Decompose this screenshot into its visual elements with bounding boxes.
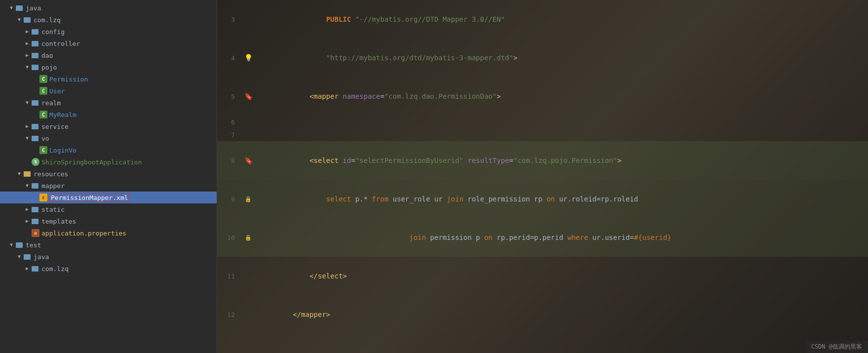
label-config: config <box>41 28 65 36</box>
arrow-mapper: ▼ <box>24 182 31 189</box>
arrow-loginvo <box>32 147 38 154</box>
tree-item-dao[interactable]: ▶ dao <box>0 49 217 61</box>
bookmark-icon-8[interactable]: 🔖 <box>244 157 253 164</box>
label-com-lzq: com.lzq <box>34 16 61 24</box>
gutter-4: 💡 <box>241 54 256 62</box>
line-number-5: 5 <box>217 93 241 100</box>
label-service: service <box>41 123 69 130</box>
label-permission: Permission <box>49 76 88 83</box>
line-number-6: 6 <box>217 118 241 126</box>
line-number-7: 7 <box>217 131 241 139</box>
code-editor: 3 PUBLIC "-//mybatis.org//DTD Mapper 3.0… <box>217 0 868 353</box>
label-vo: vo <box>41 135 49 142</box>
label-test: test <box>26 241 41 249</box>
folder-icon-test-java <box>24 253 32 261</box>
class-icon-loginvo: C <box>39 146 47 154</box>
bookmark-icon-5[interactable]: 🔖 <box>244 92 253 100</box>
folder-icon-test <box>16 241 24 249</box>
tree-item-controller[interactable]: ▶ controller <box>0 38 217 49</box>
folder-icon-resources <box>24 170 32 178</box>
code-text-12: </mapper> <box>256 295 868 334</box>
folder-icon-vo <box>32 134 39 142</box>
label-resources: resources <box>34 170 68 178</box>
tree-item-service[interactable]: ▶ service <box>0 120 217 132</box>
class-icon-user: C <box>39 87 47 95</box>
gutter-5: 🔖 <box>241 92 256 100</box>
tree-item-com-lzq[interactable]: ▼ com.lzq <box>0 14 217 26</box>
code-line-10: 10 🔒 join permission p on rp.perid=p.per… <box>217 218 868 257</box>
code-content: 3 PUBLIC "-//mybatis.org//DTD Mapper 3.0… <box>217 0 868 353</box>
code-line-11: 11 </select> <box>217 257 868 295</box>
folder-icon-config <box>32 28 39 36</box>
arrow-shiro-app <box>24 158 31 165</box>
tree-item-test-java[interactable]: ▼ java <box>0 251 217 263</box>
tree-item-realm[interactable]: ▼ realm <box>0 97 217 109</box>
arrow-resources: ▼ <box>16 170 23 177</box>
code-line-6: 6 <box>217 116 868 128</box>
tree-item-myrealm[interactable]: C MyRealm <box>0 109 217 120</box>
tree-item-shiro-app[interactable]: S ShiroSpringbootApplication <box>0 156 217 168</box>
gutter-10: 🔒 <box>241 235 256 241</box>
bottom-bar: CSDN @低调的黑客 <box>805 341 868 353</box>
arrow-test-java: ▼ <box>16 253 23 260</box>
tree-item-templates[interactable]: ▶ templates <box>0 215 217 227</box>
folder-icon-realm <box>32 99 39 107</box>
folder-icon-java <box>16 4 24 12</box>
class-icon-permission: C <box>39 75 47 83</box>
folder-icon-controller <box>32 39 39 47</box>
label-user: User <box>49 87 65 95</box>
label-templates: templates <box>41 218 76 225</box>
folder-icon-static <box>32 205 39 213</box>
arrow-user <box>32 87 38 94</box>
arrow-config: ▶ <box>24 28 31 35</box>
folder-icon-dao <box>32 51 39 59</box>
tree-item-resources[interactable]: ▼ resources <box>0 168 217 180</box>
line-number-4: 4 <box>217 54 241 62</box>
label-static: static <box>41 206 65 213</box>
tree-item-mapper[interactable]: ▼ mapper <box>0 180 217 192</box>
class-icon-myrealm: C <box>39 111 47 118</box>
tree-item-config[interactable]: ▶ config <box>0 26 217 38</box>
arrow-dao: ▶ <box>24 52 31 59</box>
arrow-templates: ▶ <box>24 218 31 225</box>
label-controller: controller <box>41 40 80 47</box>
bulb-icon-4[interactable]: 💡 <box>244 54 253 62</box>
file-tree[interactable]: ▼ java ▼ com.lzq ▶ config ▶ controller ▶… <box>0 0 217 353</box>
code-text-5: <mapper namespace="com.lzq.dao.Permissio… <box>256 77 868 116</box>
label-realm: realm <box>41 99 61 107</box>
code-text-10: join permission p on rp.perid=p.perid wh… <box>256 218 868 257</box>
label-java: java <box>26 4 41 12</box>
bottom-bar-text: CSDN @低调的黑客 <box>811 343 862 350</box>
label-test-com-lzq: com.lzq <box>41 265 69 273</box>
code-line-3: 3 PUBLIC "-//mybatis.org//DTD Mapper 3.0… <box>217 0 868 39</box>
code-line-7: 7 <box>217 128 868 141</box>
lock-icon-9: 🔒 <box>245 196 252 202</box>
tree-item-vo[interactable]: ▼ vo <box>0 132 217 144</box>
arrow-com-lzq: ▼ <box>16 16 23 23</box>
tree-item-user[interactable]: C User <box>0 85 217 97</box>
arrow-test: ▼ <box>8 241 15 248</box>
tree-item-pojo[interactable]: ▼ pojo <box>0 61 217 73</box>
folder-icon-pojo <box>32 63 39 71</box>
tree-item-permission-mapper[interactable]: x PermissionMapper.xml <box>0 192 217 203</box>
tree-item-java[interactable]: ▼ java <box>0 2 217 14</box>
label-pojo: pojo <box>41 64 57 71</box>
arrow-service: ▶ <box>24 123 31 130</box>
tree-item-loginvo[interactable]: C LoginVo <box>0 144 217 156</box>
code-line-4: 4 💡 "http://mybatis.org/dtd/mybatis-3-ma… <box>217 39 868 77</box>
arrow-controller: ▶ <box>24 40 31 47</box>
tree-item-app-props[interactable]: ⚙ application.properties <box>0 227 217 239</box>
tree-item-test[interactable]: ▼ test <box>0 239 217 251</box>
folder-icon-templates <box>32 217 39 225</box>
lock-icon-10: 🔒 <box>245 235 252 241</box>
code-text-11: </select> <box>256 257 868 295</box>
tree-item-test-com-lzq[interactable]: ▶ com.lzq <box>0 263 217 275</box>
tree-item-static[interactable]: ▶ static <box>0 203 217 215</box>
code-text-3: PUBLIC "-//mybatis.org//DTD Mapper 3.0//… <box>256 0 868 39</box>
arrow-realm: ▼ <box>24 99 31 106</box>
code-line-12: 12 </mapper> <box>217 295 868 334</box>
line-number-9: 9 <box>217 196 241 203</box>
folder-icon-com-lzq <box>24 16 32 24</box>
line-number-11: 11 <box>217 273 241 280</box>
tree-item-permission[interactable]: C Permission <box>0 73 217 85</box>
